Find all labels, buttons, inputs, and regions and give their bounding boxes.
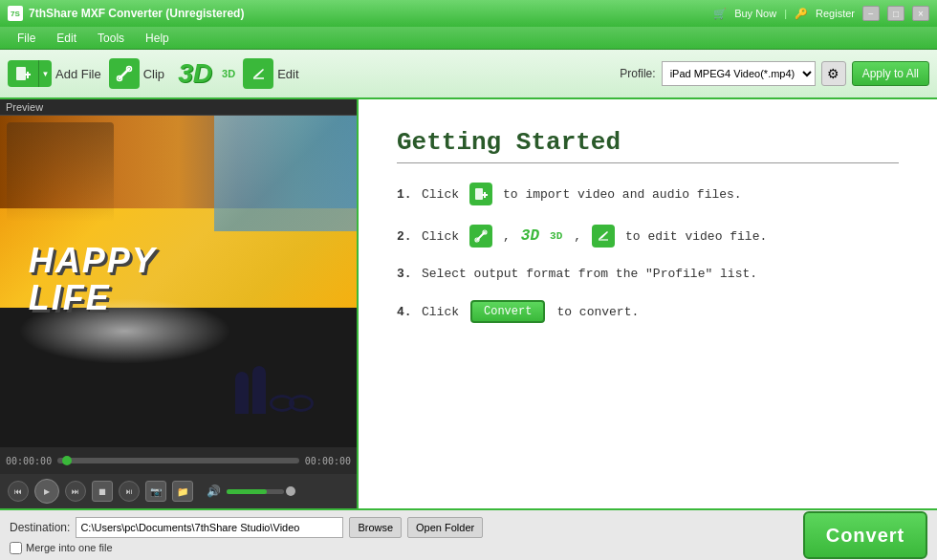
play-button[interactable]: ▶: [34, 479, 59, 504]
step-1: 1. Click to import video and audio files…: [397, 183, 899, 205]
menu-edit[interactable]: Edit: [47, 30, 86, 47]
step-1-text1: Click: [422, 187, 459, 202]
menubar: File Edit Tools Help: [0, 27, 937, 50]
volume-icon: 🔊: [207, 485, 221, 498]
titlebar-links: 🛒 Buy Now | 🔑 Register − □ ×: [713, 6, 929, 21]
profile-label: Profile:: [620, 67, 655, 80]
convert-button[interactable]: Convert: [803, 511, 927, 559]
3d-icon: 3D: [172, 56, 218, 91]
3d-group: 3D 3D: [172, 56, 235, 91]
step-2-text1: Click: [422, 229, 459, 244]
step-2-3d-label: 3D: [550, 230, 562, 242]
fast-forward-button[interactable]: ⏭: [65, 481, 86, 502]
maximize-button[interactable]: □: [887, 6, 904, 21]
step-2-3d-icon: 3D: [521, 227, 539, 245]
menu-file[interactable]: File: [8, 30, 45, 47]
bottom-content: Destination: Browse Open Folder Merge in…: [10, 517, 797, 554]
volume-knob: [286, 486, 295, 496]
browse-button[interactable]: Browse: [349, 517, 402, 538]
edit-label[interactable]: Edit: [277, 67, 298, 81]
clip-group: Clip: [109, 58, 164, 89]
time-start: 00:00:00: [6, 456, 52, 466]
step-2-num: 2.: [397, 229, 414, 244]
destination-label: Destination:: [10, 521, 70, 534]
step-3-num: 3.: [397, 267, 414, 281]
bottom-bar: Destination: Browse Open Folder Merge in…: [0, 508, 937, 560]
step-4-convert-btn: Convert: [470, 300, 545, 323]
stop-button[interactable]: ⏹: [92, 481, 113, 502]
add-file-icon: [8, 60, 38, 87]
step-4-text1: Click: [422, 305, 459, 319]
screenshot-button[interactable]: 📷: [145, 481, 166, 502]
open-folder-button[interactable]: Open Folder: [407, 517, 483, 538]
register-link[interactable]: Register: [816, 8, 855, 19]
add-file-dropdown[interactable]: ▼: [38, 60, 52, 87]
volume-fill: [227, 489, 267, 494]
clip-icon: [109, 58, 140, 89]
step-4: 4. Click Convert to convert.: [397, 300, 899, 323]
progress-bar[interactable]: [57, 458, 299, 463]
preview-video: HAPPY LIFE: [0, 116, 357, 447]
step-2: 2. Click , 3D 3D ,: [397, 225, 899, 248]
register-icon: 🔑: [795, 8, 808, 20]
step-4-text2: to convert.: [556, 305, 639, 319]
step-2-and: ,: [574, 229, 581, 244]
minimize-button[interactable]: −: [862, 6, 880, 21]
bottom-row2: Merge into one file: [10, 542, 797, 554]
settings-button[interactable]: ⚙: [821, 61, 846, 86]
svg-rect-6: [475, 188, 483, 200]
step-2-text4: to edit video file.: [625, 229, 767, 244]
clip-label[interactable]: Clip: [143, 67, 164, 81]
step-2-clip-icon: [469, 225, 492, 248]
merge-label: Merge into one file: [26, 542, 113, 553]
toolbar-right: Profile: iPad MPEG4 Video(*.mp4) ⚙ Apply…: [620, 61, 929, 86]
svg-rect-0: [16, 67, 26, 80]
add-file-group: ▼ Add File: [8, 60, 101, 87]
steps-list: 1. Click to import video and audio files…: [397, 183, 899, 323]
edit-group: Edit: [243, 58, 298, 89]
time-end: 00:00:00: [305, 456, 351, 466]
step-4-num: 4.: [397, 305, 414, 319]
merge-checkbox[interactable]: [10, 542, 22, 554]
timeline: 00:00:00 00:00:00: [0, 447, 357, 474]
titlebar: 7S 7thShare MXF Converter (Unregistered)…: [0, 0, 937, 27]
getting-started-panel: Getting Started 1. Click to import video…: [359, 99, 937, 508]
menu-tools[interactable]: Tools: [88, 30, 134, 47]
bottom-row1: Destination: Browse Open Folder: [10, 517, 797, 538]
3d-label[interactable]: 3D: [222, 68, 235, 79]
step-1-icon: [469, 183, 492, 205]
volume-bar[interactable]: [227, 489, 284, 494]
profile-select[interactable]: iPad MPEG4 Video(*.mp4): [662, 61, 816, 86]
menu-help[interactable]: Help: [136, 30, 179, 47]
preview-label: Preview: [0, 99, 357, 116]
buy-now-icon: 🛒: [713, 8, 727, 20]
step-2-edit-icon: [592, 225, 615, 248]
link-divider: |: [784, 8, 787, 19]
video-happy-text: HAPPY: [29, 242, 157, 280]
step-3-text: Select output format from the "Profile" …: [422, 267, 757, 281]
folder-button[interactable]: 📁: [172, 481, 193, 502]
rewind-button[interactable]: ⏮: [8, 481, 29, 502]
step-1-num: 1.: [397, 187, 414, 202]
step-3: 3. Select output format from the "Profil…: [397, 267, 899, 281]
main-area: Preview HAPPY LIFE: [0, 99, 937, 508]
titlebar-left: 7S 7thShare MXF Converter (Unregistered): [8, 6, 244, 21]
step-forward-button[interactable]: ⏯: [119, 481, 140, 502]
buy-now-link[interactable]: Buy Now: [734, 8, 776, 19]
app-title: 7thShare MXF Converter (Unregistered): [29, 7, 244, 20]
close-button[interactable]: ×: [912, 6, 929, 21]
progress-thumb: [62, 456, 72, 465]
apply-to-all-button[interactable]: Apply to All: [852, 61, 929, 86]
step-2-comma: ,: [503, 229, 511, 244]
destination-input[interactable]: [76, 517, 343, 538]
video-life-text: LIFE: [29, 279, 157, 317]
playback-controls: ⏮ ▶ ⏭ ⏹ ⏯ 📷 📁 🔊: [0, 474, 357, 508]
edit-icon: [243, 58, 273, 89]
preview-panel: Preview HAPPY LIFE: [0, 99, 359, 508]
app-icon: 7S: [8, 6, 23, 21]
toolbar: ▼ Add File Clip 3D 3D Edit Profile: iPad…: [0, 50, 937, 99]
getting-started-title: Getting Started: [397, 128, 899, 163]
add-file-label[interactable]: Add File: [55, 67, 101, 81]
step-1-text2: to import video and audio files.: [503, 187, 742, 202]
